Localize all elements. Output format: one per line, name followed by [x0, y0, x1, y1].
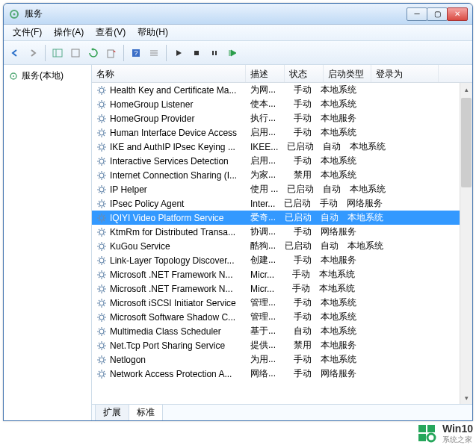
- vertical-scrollbar[interactable]: ▴ ▾: [460, 83, 472, 404]
- svg-line-139: [104, 276, 105, 277]
- cell-status: 已启动: [280, 211, 316, 225]
- tree-root[interactable]: 服务(本地): [7, 68, 88, 84]
- service-row[interactable]: Network Access Protection A...网络...手动网络服…: [92, 367, 472, 381]
- svg-rect-206: [427, 425, 435, 432]
- service-row[interactable]: IKE and AuthIP IPsec Keying ...IKEE...已启…: [92, 140, 472, 154]
- service-row[interactable]: Netlogon为用...手动本地系统: [92, 352, 472, 367]
- close-button[interactable]: ✕: [447, 7, 468, 21]
- service-row[interactable]: IP Helper使用 ...已启动自动本地系统: [92, 182, 472, 196]
- svg-line-24: [104, 87, 105, 88]
- svg-line-193: [104, 361, 105, 362]
- titlebar[interactable]: 服务 ─ ▢ ✕: [4, 4, 472, 25]
- service-row[interactable]: HomeGroup Listener使本...手动本地系统: [92, 97, 472, 111]
- cell-name: Link-Layer Topology Discover...: [92, 255, 246, 267]
- pause-button[interactable]: [206, 45, 223, 61]
- cell-description: 启用...: [246, 125, 280, 140]
- col-name[interactable]: 名称: [92, 65, 246, 82]
- col-description[interactable]: 描述: [246, 65, 285, 82]
- cell-startup: 手动: [289, 97, 316, 111]
- col-startup[interactable]: 启动类型: [324, 65, 371, 82]
- svg-line-165: [99, 314, 99, 315]
- cell-description: 使本...: [246, 97, 280, 111]
- maximize-button[interactable]: ▢: [427, 7, 448, 21]
- list-pane: 名称 描述 状态 启动类型 登录为 Health Key and Certifi…: [92, 65, 472, 420]
- svg-point-88: [99, 202, 104, 206]
- list-button[interactable]: [146, 45, 162, 61]
- service-row[interactable]: Microsoft Software Shadow C...管理...手动本地系…: [92, 310, 472, 324]
- svg-point-196: [99, 372, 104, 376]
- svg-line-77: [99, 177, 99, 178]
- scroll-up-button[interactable]: ▴: [460, 83, 472, 96]
- toolbar: ?: [4, 41, 472, 65]
- cell-logon: 本地系统: [343, 211, 388, 225]
- start-button[interactable]: [170, 45, 187, 61]
- svg-line-123: [104, 243, 105, 244]
- col-status[interactable]: 状态: [285, 65, 324, 82]
- cell-name: Netlogon: [92, 354, 246, 366]
- service-name: Internet Connection Sharing (I...: [110, 170, 237, 181]
- service-row[interactable]: IPsec Policy AgentInter...已启动手动网络服务: [92, 196, 472, 211]
- svg-line-150: [104, 286, 105, 287]
- svg-line-85: [104, 191, 105, 192]
- service-name: Microsoft .NET Framework N...: [110, 284, 232, 294]
- export-button[interactable]: [103, 45, 120, 61]
- menu-view[interactable]: 查看(V): [90, 25, 132, 40]
- svg-line-86: [99, 191, 99, 192]
- properties-button[interactable]: [67, 45, 84, 61]
- cell-name: KtmRm for Distributed Transa...: [92, 226, 246, 238]
- svg-line-174: [99, 329, 99, 329]
- gear-icon: [96, 227, 107, 237]
- scroll-down-button[interactable]: ▾: [460, 391, 472, 404]
- tree-pane[interactable]: 服务(本地): [4, 65, 92, 420]
- cell-startup: 手动: [289, 225, 316, 239]
- svg-line-60: [104, 144, 105, 145]
- tab-standard[interactable]: 标准: [129, 404, 163, 420]
- service-row[interactable]: Link-Layer Topology Discover...创建...手动本地…: [92, 253, 472, 267]
- scroll-thumb[interactable]: [461, 98, 472, 187]
- gear-icon: [96, 241, 107, 252]
- menu-action[interactable]: 操作(A): [48, 25, 90, 40]
- col-logon[interactable]: 登录为: [371, 65, 439, 82]
- show-hide-tree-button[interactable]: [49, 45, 66, 61]
- list-body[interactable]: Health Key and Certificate Ma...为网...手动本…: [92, 83, 472, 404]
- service-row[interactable]: IQIYI Video Platform Service爱奇...已启动自动本地…: [92, 211, 472, 225]
- svg-line-112: [104, 234, 105, 234]
- service-row[interactable]: Microsoft .NET Framework N...Micr...手动本地…: [92, 267, 472, 281]
- menu-file[interactable]: 文件(F): [7, 25, 48, 40]
- service-name: HomeGroup Provider: [110, 113, 194, 124]
- service-row[interactable]: Internet Connection Sharing (I...为家...禁用…: [92, 168, 472, 182]
- service-row[interactable]: Health Key and Certificate Ma...为网...手动本…: [92, 83, 472, 97]
- service-row[interactable]: Microsoft iSCSI Initiator Service管理...手动…: [92, 296, 472, 310]
- svg-point-124: [99, 258, 104, 263]
- service-row[interactable]: KtmRm for Distributed Transa...协调...手动网络…: [92, 225, 472, 239]
- tab-extended[interactable]: 扩展: [95, 404, 129, 420]
- svg-rect-11: [194, 51, 199, 55]
- stop-button[interactable]: [188, 45, 205, 61]
- service-row[interactable]: KuGou Service酷狗...已启动自动本地系统: [92, 239, 472, 253]
- svg-line-59: [99, 149, 99, 149]
- svg-line-141: [104, 272, 105, 273]
- svg-point-160: [99, 315, 104, 320]
- service-row[interactable]: Microsoft .NET Framework N...Micr...手动本地…: [92, 281, 472, 296]
- svg-line-114: [104, 229, 105, 230]
- restart-button[interactable]: [224, 45, 241, 61]
- service-row[interactable]: Multimedia Class Scheduler基于...自动本地系统: [92, 324, 472, 338]
- minimize-button[interactable]: ─: [407, 7, 427, 21]
- toolbar-separator: [45, 45, 46, 61]
- service-row[interactable]: Net.Tcp Port Sharing Service提供...禁用本地服务: [92, 338, 472, 352]
- svg-line-78: [104, 172, 105, 173]
- menu-help[interactable]: 帮助(H): [132, 25, 174, 40]
- forward-button[interactable]: [25, 45, 41, 61]
- svg-point-133: [99, 273, 104, 277]
- back-button[interactable]: [7, 45, 23, 61]
- svg-line-84: [99, 187, 99, 187]
- cell-name: HomeGroup Provider: [92, 113, 246, 125]
- help-button[interactable]: ?: [128, 45, 144, 61]
- service-row[interactable]: HomeGroup Provider执行...手动本地服务: [92, 111, 472, 125]
- service-row[interactable]: Human Interface Device Access启用...手动本地系统: [92, 125, 472, 140]
- cell-name: IKE and AuthIP IPsec Keying ...: [92, 141, 246, 153]
- cell-status: 已启动: [279, 196, 315, 211]
- cell-logon: 本地系统: [345, 182, 390, 196]
- refresh-button[interactable]: [85, 45, 102, 61]
- service-row[interactable]: Interactive Services Detection启用...手动本地系…: [92, 154, 472, 168]
